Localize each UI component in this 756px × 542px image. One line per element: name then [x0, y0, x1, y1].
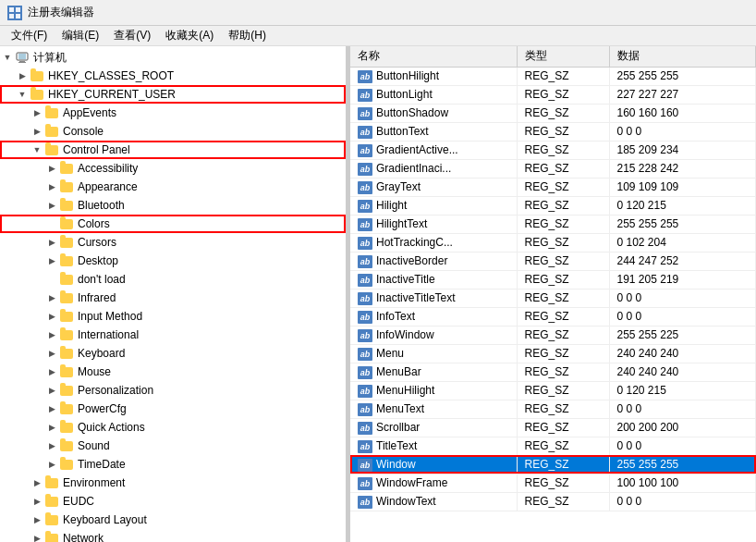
tree-toggle-environment[interactable]: ▶ [30, 475, 44, 490]
folder-icon-international [59, 327, 74, 342]
table-row[interactable]: abGrayTextREG_SZ109 109 109 [350, 178, 756, 196]
tree-label-timedate: TimeDate [76, 458, 342, 471]
menu-item[interactable]: 查看(V) [106, 26, 158, 45]
tree-toggle-hkey_current[interactable]: ▼ [15, 87, 30, 102]
tree-item-bluetooth[interactable]: ▶Bluetooth [0, 196, 346, 215]
reg-value-data: 0 102 204 [609, 233, 756, 252]
table-row[interactable]: abInactiveTitleTextREG_SZ0 0 0 [350, 289, 756, 307]
tree-item-accessibility[interactable]: ▶Accessibility [0, 159, 346, 178]
tree-toggle-console[interactable]: ▶ [30, 124, 44, 139]
tree-item-appevents[interactable]: ▶AppEvents [0, 104, 346, 122]
tree-toggle-sound[interactable]: ▶ [44, 438, 59, 453]
table-header-row: 名称 类型 数据 [350, 46, 756, 67]
tree-toggle-dontload[interactable] [44, 272, 59, 287]
tree-item-dontload[interactable]: don't load [0, 270, 346, 289]
tree-toggle-hkey_classes[interactable]: ▶ [15, 68, 30, 83]
tree-item-inputmethod[interactable]: ▶Input Method [0, 307, 346, 326]
tree-item-computer[interactable]: ▼计算机 [0, 48, 346, 67]
tree-item-sound[interactable]: ▶Sound [0, 437, 346, 455]
table-row[interactable]: abButtonTextREG_SZ0 0 0 [350, 122, 756, 141]
tree-toggle-desktop[interactable]: ▶ [44, 253, 59, 268]
menu-item[interactable]: 帮助(H) [221, 26, 274, 45]
table-row[interactable]: abGradientActive...REG_SZ185 209 234 [350, 141, 756, 159]
table-row[interactable]: abHilightTextREG_SZ255 255 255 [350, 215, 756, 233]
table-row[interactable]: abScrollbarREG_SZ200 200 200 [350, 418, 756, 437]
values-scroll[interactable]: 名称 类型 数据 abButtonHilightREG_SZ255 255 25… [350, 46, 756, 542]
tree-label-bluetooth: Bluetooth [76, 199, 342, 212]
table-row[interactable]: abTitleTextREG_SZ0 0 0 [350, 437, 756, 455]
reg-value-type: REG_SZ [517, 67, 609, 85]
tree-toggle-timedate[interactable]: ▶ [44, 457, 59, 472]
reg-value-data: 160 160 160 [609, 104, 756, 122]
table-row[interactable]: abWindowREG_SZ255 255 255 [350, 455, 756, 474]
table-row[interactable]: abHilightREG_SZ0 120 215 [350, 196, 756, 215]
table-row[interactable]: abMenuTextREG_SZ0 0 0 [350, 400, 756, 418]
tree-item-network[interactable]: ▶Network [0, 529, 346, 542]
reg-value-type: REG_SZ [517, 437, 609, 455]
tree-toggle-inputmethod[interactable]: ▶ [44, 309, 59, 324]
tree-toggle-network[interactable]: ▶ [30, 531, 44, 542]
tree-toggle-controlpanel[interactable]: ▼ [30, 142, 44, 157]
tree-item-keyboard[interactable]: ▶Keyboard [0, 344, 346, 363]
menu-item[interactable]: 收藏夹(A) [158, 26, 221, 45]
tree-toggle-mouse[interactable]: ▶ [44, 364, 59, 379]
tree-toggle-quickactions[interactable]: ▶ [44, 420, 59, 435]
tree-item-hkey_current[interactable]: ▼HKEY_CURRENT_USER [0, 85, 346, 104]
folder-icon-mouse [59, 364, 74, 379]
tree-item-desktop[interactable]: ▶Desktop [0, 252, 346, 270]
table-row[interactable]: abInactiveBorderREG_SZ244 247 252 [350, 252, 756, 270]
table-row[interactable]: abMenuBarREG_SZ240 240 240 [350, 363, 756, 381]
tree-item-international[interactable]: ▶International [0, 326, 346, 344]
tree-item-quickactions[interactable]: ▶Quick Actions [0, 418, 346, 437]
menu-item[interactable]: 文件(F) [4, 26, 55, 45]
table-row[interactable]: abInfoTextREG_SZ0 0 0 [350, 307, 756, 326]
tree-item-timedate[interactable]: ▶TimeDate [0, 455, 346, 474]
menu-item[interactable]: 编辑(E) [55, 26, 106, 45]
tree-toggle-accessibility[interactable]: ▶ [44, 161, 59, 176]
reg-type-icon: ab [358, 274, 372, 287]
tree-item-console[interactable]: ▶Console [0, 122, 346, 141]
table-row[interactable]: abHotTrackingC...REG_SZ0 102 204 [350, 233, 756, 252]
table-row[interactable]: abMenuHilightREG_SZ0 120 215 [350, 381, 756, 400]
tree-label-keyboard: Keyboard [76, 347, 342, 360]
tree-item-infrared[interactable]: ▶Infrared [0, 289, 346, 307]
table-row[interactable]: abWindowFrameREG_SZ100 100 100 [350, 474, 756, 492]
tree-toggle-international[interactable]: ▶ [44, 327, 59, 342]
table-row[interactable]: abButtonHilightREG_SZ255 255 255 [350, 67, 756, 85]
tree-toggle-infrared[interactable]: ▶ [44, 290, 59, 305]
table-row[interactable]: abButtonShadowREG_SZ160 160 160 [350, 104, 756, 122]
tree-item-personalization[interactable]: ▶Personalization [0, 381, 346, 400]
tree-item-cursors[interactable]: ▶Cursors [0, 233, 346, 252]
tree-item-keyboardlayout[interactable]: ▶Keyboard Layout [0, 511, 346, 529]
table-row[interactable]: abGradientInaci...REG_SZ215 228 242 [350, 159, 756, 178]
tree-toggle-powercfg[interactable]: ▶ [44, 401, 59, 416]
tree-item-mouse[interactable]: ▶Mouse [0, 363, 346, 381]
tree-item-appearance[interactable]: ▶Appearance [0, 178, 346, 196]
window-title: 注册表编辑器 [28, 5, 94, 20]
table-row[interactable]: abMenuREG_SZ240 240 240 [350, 344, 756, 363]
tree-toggle-appevents[interactable]: ▶ [30, 105, 44, 120]
tree-toggle-cursors[interactable]: ▶ [44, 235, 59, 250]
tree-toggle-colors[interactable] [44, 216, 59, 231]
table-row[interactable]: abInactiveTitleREG_SZ191 205 219 [350, 270, 756, 289]
table-row[interactable]: abButtonLightREG_SZ227 227 227 [350, 85, 756, 104]
table-row[interactable]: abInfoWindowREG_SZ255 255 225 [350, 326, 756, 344]
tree-item-controlpanel[interactable]: ▼Control Panel [0, 141, 346, 159]
folder-icon-desktop [59, 253, 74, 268]
tree-toggle-computer[interactable]: ▼ [0, 50, 15, 65]
tree-toggle-keyboardlayout[interactable]: ▶ [30, 512, 44, 527]
table-row[interactable]: abWindowTextREG_SZ0 0 0 [350, 492, 756, 511]
tree-toggle-personalization[interactable]: ▶ [44, 383, 59, 398]
tree-item-powercfg[interactable]: ▶PowerCfg [0, 400, 346, 418]
tree-toggle-eudc[interactable]: ▶ [30, 494, 44, 509]
tree-toggle-keyboard[interactable]: ▶ [44, 346, 59, 361]
svg-rect-6 [19, 61, 25, 62]
reg-value-data: 191 205 219 [609, 270, 756, 289]
folder-icon-timedate [59, 457, 74, 472]
tree-item-environment[interactable]: ▶Environment [0, 474, 346, 492]
tree-toggle-appearance[interactable]: ▶ [44, 179, 59, 194]
tree-item-colors[interactable]: Colors [0, 215, 346, 233]
tree-item-eudc[interactable]: ▶EUDC [0, 492, 346, 511]
tree-item-hkey_classes[interactable]: ▶HKEY_CLASSES_ROOT [0, 67, 346, 85]
tree-toggle-bluetooth[interactable]: ▶ [44, 198, 59, 213]
